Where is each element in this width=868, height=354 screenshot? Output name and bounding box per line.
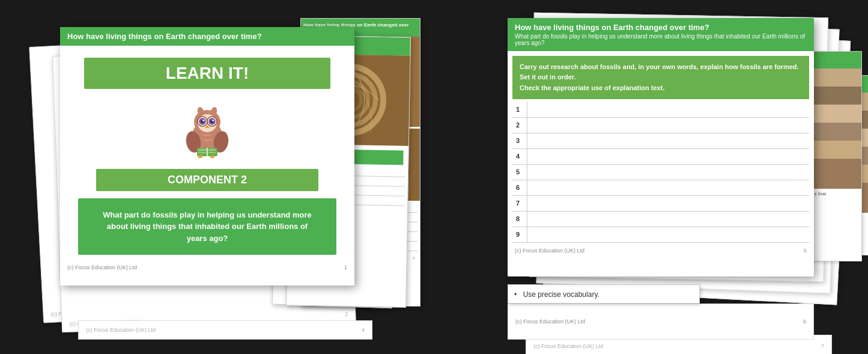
table-row: 7: [512, 195, 809, 211]
left-header-text: How have living things on Earth changed …: [67, 32, 262, 41]
fossil-footer-page: 4: [413, 255, 415, 261]
left-page-footer: (c) Focus Education (UK) Ltd 1: [60, 262, 354, 273]
right-footer-credit: (c) Focus Education (UK) Ltd: [515, 248, 584, 254]
row-content-6: [527, 180, 809, 195]
row-num-8: 8: [512, 211, 527, 227]
vocabulary-box: • Use precise vocabulary.: [508, 284, 700, 304]
row-content-3: [527, 133, 809, 148]
row-content-8: [527, 211, 809, 227]
footer-7-left: (c) Focus Education (UK) Ltd: [533, 343, 603, 349]
row-content-5: [527, 164, 809, 180]
row-num-7: 7: [512, 195, 527, 211]
component-banner: COMPONENT 2: [96, 169, 318, 191]
row-content-1: [527, 102, 809, 117]
component-label: COMPONENT 2: [168, 174, 247, 186]
table-row: 1: [512, 102, 809, 117]
owl-icon: [180, 101, 234, 158]
right-page-header: How have living things on Earth changed …: [508, 18, 814, 51]
row-num-3: 3: [512, 133, 527, 148]
row-num-9: 9: [512, 227, 527, 242]
right-document-stack: ne? s that ne? s that How have living th…: [508, 15, 844, 340]
right-header-subtitle: What part do fossils play in helping us …: [515, 33, 807, 46]
right-instructions-box: Carry out research about fossils and, in…: [512, 56, 809, 100]
svg-rect-19: [198, 152, 207, 153]
right-footer-page: 5: [804, 248, 807, 254]
svg-rect-20: [208, 149, 216, 151]
table-row: 6: [512, 180, 809, 195]
row-num-4: 4: [512, 148, 527, 164]
svg-point-11: [202, 120, 204, 121]
row-content-2: [527, 117, 809, 133]
right-main-page: How have living things on Earth changed …: [508, 18, 814, 276]
table-row: 3: [512, 133, 809, 148]
row-num-1: 1: [512, 102, 527, 117]
vocab-bullet: •: [514, 290, 517, 299]
left-footer-credit: (c) Focus Education (UK) Ltd: [67, 264, 137, 270]
main-scene: (c) Focus Education (UK) Ltd 3 (c) Focus…: [0, 0, 868, 354]
page4-footer-left: (c) Focus Education (UK) Ltd: [86, 327, 156, 333]
owl-illustration-container: [60, 95, 354, 164]
row-content-7: [527, 195, 809, 211]
row-content-4: [527, 148, 809, 164]
footer-6-right: 6: [803, 319, 806, 325]
table-row: 4: [512, 148, 809, 164]
numbered-rows-table: 1 2 3 4 5: [512, 102, 809, 243]
question-text: What part do fossils play in helping us …: [103, 210, 311, 243]
footer-6-left: (c) Focus Education (UK) Ltd: [515, 319, 585, 325]
learn-it-label: LEARN IT!: [166, 64, 249, 82]
question-box: What part do fossils play in helping us …: [78, 198, 336, 255]
left-footer-page: 1: [344, 264, 347, 270]
table-row: 2: [512, 117, 809, 133]
right-instruction-1: Carry out research about fossils and, in…: [520, 62, 802, 94]
row-num-5: 5: [512, 164, 527, 180]
learn-it-banner: LEARN IT!: [84, 58, 330, 89]
table-row: 8: [512, 211, 809, 227]
svg-rect-18: [198, 149, 207, 151]
svg-rect-21: [208, 152, 216, 153]
right-header-title: How have living things on Earth changed …: [515, 23, 807, 32]
left-page-header: How have living things on Earth changed …: [60, 27, 354, 46]
table-row: 5: [512, 164, 809, 180]
right-page-footer: (c) Focus Education (UK) Ltd 5: [508, 245, 814, 256]
row-num-2: 2: [512, 117, 527, 133]
right-bottom-footer-6: (c) Focus Education (UK) Ltd 6: [508, 304, 814, 340]
vocab-text: Use precise vocabulary.: [523, 290, 599, 299]
left-main-page: How have living things on Earth changed …: [60, 27, 354, 285]
svg-point-12: [212, 120, 214, 121]
row-content-9: [527, 227, 809, 242]
footer-7-right: 7: [821, 343, 824, 349]
row-num-6: 6: [512, 180, 527, 195]
table-row: 9: [512, 227, 809, 242]
